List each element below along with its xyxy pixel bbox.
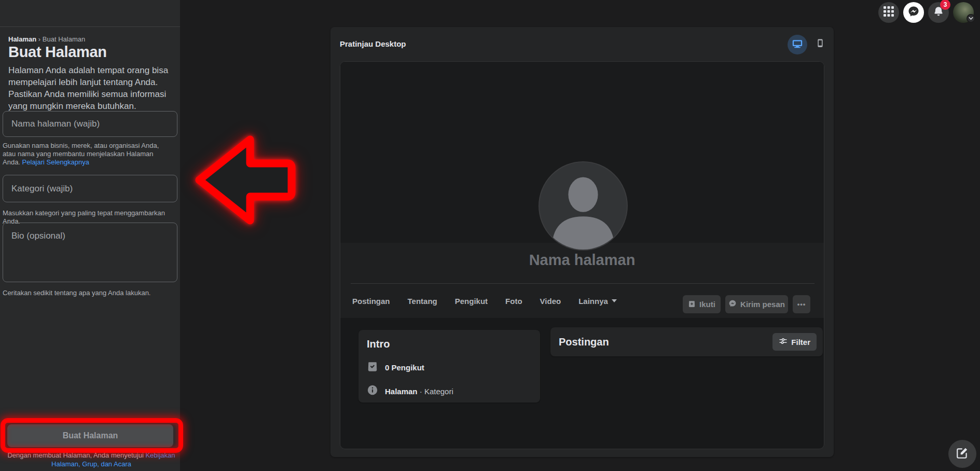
annotation-arrow-left (193, 133, 299, 227)
followers-icon (367, 361, 378, 374)
followers-row: 0 Pengikut (367, 361, 532, 374)
page-title: Buat Halaman (8, 44, 107, 61)
breadcrumb-current: Buat Halaman (43, 35, 85, 43)
posts-card: Postingan Filter (550, 327, 823, 356)
preview-panel: Pratinjau Desktop Nama halaman Postingan… (330, 27, 834, 457)
tab-tentang[interactable]: Tentang (408, 297, 437, 306)
category-row: Halaman · Kategori (367, 384, 532, 398)
filter-label: Filter (791, 338, 810, 347)
category-input[interactable] (3, 175, 177, 202)
follow-label: Ikuti (699, 300, 715, 309)
follow-button[interactable]: Ikuti (683, 295, 721, 313)
preview-page-name: Nama halaman (340, 252, 824, 269)
mobile-phone-icon (815, 38, 825, 51)
category-separator: · (418, 387, 424, 396)
page-name-helper: Gunakan nama bisnis, merek, atau organis… (3, 142, 168, 167)
apps-menu-button[interactable] (878, 2, 899, 23)
compose-button[interactable] (948, 440, 976, 468)
info-icon (367, 384, 378, 398)
page-avatar-placeholder (539, 161, 628, 251)
more-options-button[interactable]: ••• (793, 295, 810, 313)
category-label: Kategori (424, 387, 453, 396)
bio-helper: Ceritakan sedikit tentang apa yang Anda … (3, 289, 175, 297)
category-text: Halaman · Kategori (385, 387, 453, 396)
terms-text: Dengan membuat Halaman, Anda menyetujui … (0, 451, 183, 468)
page-type-label: Halaman (385, 387, 418, 396)
tab-pengikut[interactable]: Pengikut (455, 297, 488, 306)
sidebar-topbar (0, 0, 180, 27)
preview-tabs: Postingan Tentang Pengikut Foto Video La… (352, 284, 617, 318)
intro-title: Intro (367, 338, 532, 350)
followers-count: 0 Pengikut (385, 363, 424, 372)
page-preview-mock: Nama halaman Postingan Tentang Pengikut … (340, 61, 824, 449)
notification-count-badge: 3 (940, 0, 950, 10)
breadcrumb-separator: › (38, 35, 40, 43)
preview-title: Pratinjau Desktop (340, 39, 406, 48)
tab-postingan[interactable]: Postingan (352, 297, 390, 306)
tab-foto[interactable]: Foto (505, 297, 522, 306)
chevron-down-icon (612, 299, 617, 302)
follow-icon (688, 300, 696, 309)
messenger-icon (907, 5, 920, 20)
desktop-preview-toggle[interactable] (788, 35, 807, 54)
breadcrumb: Halaman › Buat Halaman (8, 35, 85, 43)
intro-card: Intro 0 Pengikut Halaman · Kategori (358, 330, 540, 403)
bio-textarea[interactable] (3, 223, 177, 282)
send-message-label: Kirim pesan (740, 300, 785, 309)
tab-lainnya[interactable]: Lainnya (578, 297, 617, 306)
page-name-input[interactable] (3, 111, 177, 137)
messenger-button[interactable] (903, 2, 924, 23)
mobile-preview-toggle[interactable] (810, 35, 830, 54)
tab-lainnya-label: Lainnya (578, 297, 608, 306)
apps-grid-icon (884, 6, 894, 19)
send-message-button[interactable]: Kirim pesan (725, 295, 788, 313)
terms-prefix: Dengan membuat Halaman, Anda menyetujui (7, 451, 145, 459)
posts-title: Postingan (559, 336, 609, 348)
filter-button[interactable]: Filter (772, 333, 817, 351)
desktop-monitor-icon (792, 38, 803, 51)
account-chevron-icon[interactable] (967, 14, 975, 23)
person-silhouette-icon (540, 162, 627, 250)
compose-pencil-icon (956, 446, 969, 462)
page-description: Halaman Anda adalah tempat orang bisa me… (8, 64, 176, 112)
create-page-button[interactable]: Buat Halaman (7, 424, 173, 447)
tab-video[interactable]: Video (540, 297, 561, 306)
filters-icon (779, 337, 788, 347)
learn-more-link[interactable]: Pelajari Selengkapnya (22, 158, 89, 166)
breadcrumb-root[interactable]: Halaman (8, 35, 36, 43)
messenger-bolt-icon (728, 299, 737, 309)
